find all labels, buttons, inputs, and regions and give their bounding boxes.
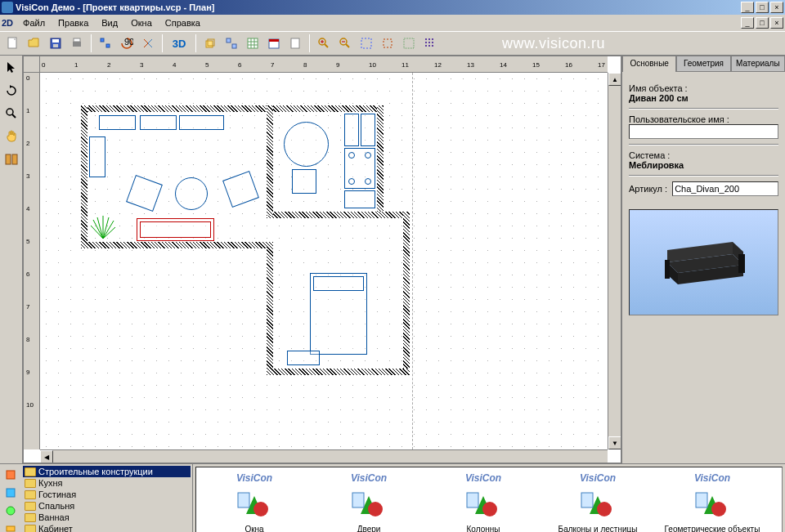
wall-left-lower[interactable]	[267, 242, 273, 375]
zoom-tool[interactable]	[2, 105, 20, 123]
furniture-stove[interactable]	[344, 148, 375, 189]
maximize-button[interactable]: □	[756, 2, 769, 13]
svg-point-40	[7, 109, 13, 115]
svg-rect-35	[428, 42, 430, 43]
rotate-tool[interactable]	[2, 82, 20, 100]
tree-tool-1[interactable]	[3, 467, 18, 482]
svg-line-41	[12, 114, 16, 118]
scroll-down-button[interactable]: ▼	[608, 436, 621, 449]
svg-rect-20	[291, 38, 299, 48]
page-boundary	[412, 73, 413, 449]
save-button[interactable]	[46, 34, 65, 53]
page-button[interactable]	[285, 34, 305, 53]
minimize-button[interactable]: _	[741, 2, 754, 13]
tab-main[interactable]: Основные	[622, 56, 676, 72]
new-button[interactable]	[3, 34, 23, 53]
zoom-sel-button[interactable]	[378, 34, 397, 53]
zoom-out-button[interactable]	[335, 34, 355, 53]
close-button[interactable]: ×	[770, 2, 783, 13]
tree-item-living[interactable]: Гостиная	[23, 489, 191, 500]
select-tool-button[interactable]	[96, 34, 115, 53]
furniture-round-table[interactable]	[175, 177, 208, 210]
catalog-thumb-icon	[545, 487, 651, 521]
calendar-button[interactable]	[264, 34, 284, 53]
layer-button[interactable]	[200, 34, 220, 53]
furniture-bed[interactable]	[310, 273, 367, 355]
furniture-counter[interactable]	[344, 190, 375, 208]
furniture-nightstand[interactable]	[287, 351, 320, 365]
furniture-cabinet-r2[interactable]	[361, 114, 375, 146]
zoom-in-button[interactable]	[314, 34, 334, 53]
tree-item-construction[interactable]: Строительные конструкции	[23, 466, 191, 477]
title-bar: VisiCon Демо - [Проект квартиры.vcp - Пл…	[0, 0, 785, 15]
furniture-chair-3[interactable]	[292, 169, 316, 194]
svg-rect-32	[428, 38, 430, 40]
tab-materials[interactable]: Материалы	[731, 56, 785, 72]
catalog-item-balconies[interactable]: VisiCon Балконы и лестницы	[545, 472, 651, 532]
furniture-cabinet-left[interactable]	[89, 136, 105, 177]
furniture-table-round-2[interactable]	[284, 122, 329, 167]
wall-left[interactable]	[81, 105, 87, 248]
child-maximize-button[interactable]: □	[756, 17, 769, 29]
print-button[interactable]	[67, 34, 87, 53]
article-input[interactable]	[672, 181, 778, 196]
group-button[interactable]	[222, 34, 241, 53]
wall-right-upper[interactable]	[377, 105, 384, 212]
menu-help[interactable]: Справка	[159, 16, 207, 29]
menu-edit[interactable]: Правка	[52, 16, 95, 29]
tree-item-bathroom[interactable]: Ванная	[23, 512, 191, 523]
article-label: Артикул :	[629, 184, 667, 194]
scroll-left-button[interactable]: ◀	[40, 450, 53, 463]
catalog-item-windows[interactable]: VisiCon Окна	[201, 472, 307, 532]
main-area: 0 1 2 3 4 5 6 7 8 9 10 11 12 13 14 15 16…	[0, 56, 785, 463]
catalog-item-geometry[interactable]: VisiCon Геометрические объекты	[659, 472, 765, 532]
tree-item-kitchen[interactable]: Кухня	[23, 477, 191, 489]
zoom-fit-button[interactable]	[357, 34, 376, 53]
system-value: Меблировка	[629, 160, 778, 170]
scrollbar-horizontal[interactable]: ◀ ▶	[40, 449, 608, 463]
tree-item-office[interactable]: Кабинет	[23, 523, 191, 532]
wall-bottom-left[interactable]	[81, 242, 273, 248]
floorplan-canvas[interactable]	[40, 73, 608, 449]
user-name-input[interactable]	[629, 124, 778, 139]
wall-right-lower[interactable]	[403, 212, 410, 375]
scroll-up-button[interactable]: ▲	[608, 73, 621, 86]
furniture-cabinet-r1[interactable]	[344, 114, 359, 146]
scrollbar-vertical[interactable]: ▲ ▼	[608, 73, 621, 449]
wall-mid-v[interactable]	[267, 105, 273, 216]
3d-button[interactable]: 3D	[167, 34, 191, 53]
properties-content: Имя объекта : Диван 200 см Пользовательс…	[622, 72, 785, 203]
svg-rect-31	[425, 38, 427, 40]
tab-geometry[interactable]: Геометрия	[676, 56, 730, 72]
sofa-selected[interactable]	[137, 218, 214, 241]
tree-item-bedroom[interactable]: Спальня	[23, 500, 191, 512]
furniture-shelf-2[interactable]	[140, 115, 177, 130]
menu-view[interactable]: Вид	[95, 16, 124, 29]
flip-button[interactable]	[138, 34, 158, 53]
catalog-item-columns[interactable]: VisiCon Колонны	[430, 472, 536, 532]
rotate-button[interactable]: 90	[117, 34, 137, 53]
child-minimize-button[interactable]: _	[741, 17, 754, 29]
properties-tabs: Основные Геометрия Материалы	[622, 56, 785, 72]
measure-tool[interactable]	[2, 150, 20, 168]
tree-tool-3[interactable]	[3, 503, 18, 518]
menu-file[interactable]: Файл	[16, 16, 52, 29]
wall-mid-h[interactable]	[267, 212, 410, 218]
open-button[interactable]	[25, 34, 44, 53]
furniture-shelf[interactable]	[99, 115, 136, 130]
furniture-shelf-3[interactable]	[179, 115, 224, 130]
pan-tool[interactable]	[2, 127, 20, 145]
svg-rect-73	[581, 493, 593, 507]
wall-bottom-right[interactable]	[267, 369, 410, 375]
child-close-button[interactable]: ×	[770, 17, 783, 29]
snap-button[interactable]	[399, 34, 419, 53]
tree-tool-2[interactable]	[3, 485, 18, 500]
plant-icon[interactable]	[89, 216, 118, 240]
tree-tool-4[interactable]	[3, 521, 18, 532]
grid-toggle-button[interactable]	[420, 34, 440, 53]
menu-windows[interactable]: Окна	[124, 16, 159, 29]
pointer-tool[interactable]	[2, 59, 20, 77]
catalog-item-doors[interactable]: VisiCon Двери	[316, 472, 422, 532]
wall-top[interactable]	[81, 105, 384, 112]
grid-button[interactable]	[243, 34, 262, 53]
